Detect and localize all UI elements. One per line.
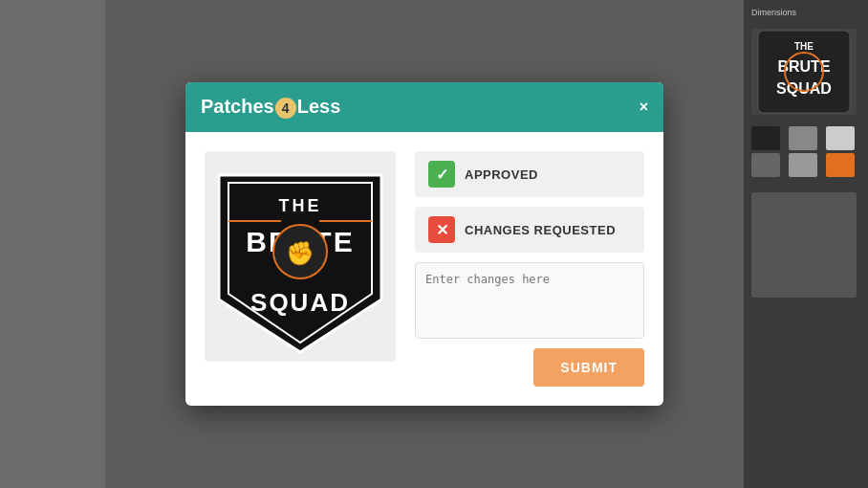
swatch-black[interactable] (751, 126, 780, 150)
swatch-dark-gray[interactable] (751, 153, 780, 177)
swatch-gray[interactable] (789, 126, 817, 150)
right-sidebar-title: Dimensions (751, 8, 860, 17)
svg-text:SQUAD: SQUAD (776, 80, 832, 97)
changes-icon: ✕ (428, 216, 455, 243)
modal-header: Patches4Less × (185, 82, 663, 132)
approved-label: APPROVED (465, 167, 538, 182)
submit-button[interactable]: SUBMIT (533, 348, 644, 387)
preview-area (751, 192, 857, 298)
modal-body: THE BRUTE ✊ SQUAD (185, 132, 663, 406)
changes-textarea[interactable] (415, 262, 644, 339)
brute-squad-logo-svg: THE BRUTE ✊ SQUAD (209, 156, 391, 357)
modal-overlay: Patches4Less × THE BRUTE ✊ (105, 0, 744, 488)
logo-preview-box: THE BRUTE SQUAD (751, 29, 857, 115)
modal-options-panel: ✓ APPROVED ✕ CHANGES REQUESTED SUBMIT (415, 151, 644, 387)
modal-close-button[interactable]: × (640, 99, 648, 116)
color-swatches (751, 126, 860, 177)
svg-text:SQUAD: SQUAD (250, 288, 350, 317)
swatch-medium-gray[interactable] (789, 153, 817, 177)
swatch-orange[interactable] (826, 153, 855, 177)
svg-text:THE: THE (279, 196, 322, 215)
swatch-light-gray[interactable] (826, 126, 855, 150)
svg-text:✊: ✊ (286, 239, 315, 267)
changes-requested-button[interactable]: ✕ CHANGES REQUESTED (415, 207, 644, 253)
changes-requested-label: CHANGES REQUESTED (465, 223, 616, 237)
checkmark-icon: ✓ (436, 166, 448, 184)
svg-text:THE: THE (794, 41, 814, 52)
logo-preview-svg: THE BRUTE SQUAD (756, 29, 852, 115)
approved-button[interactable]: ✓ APPROVED (415, 151, 644, 197)
approved-icon: ✓ (428, 161, 455, 188)
x-icon: ✕ (436, 221, 448, 239)
approval-modal: Patches4Less × THE BRUTE ✊ (185, 82, 663, 406)
right-sidebar: Dimensions THE BRUTE SQUAD (744, 0, 868, 488)
modal-logo-image: THE BRUTE ✊ SQUAD (205, 151, 396, 362)
modal-logo: Patches4Less (201, 96, 340, 119)
